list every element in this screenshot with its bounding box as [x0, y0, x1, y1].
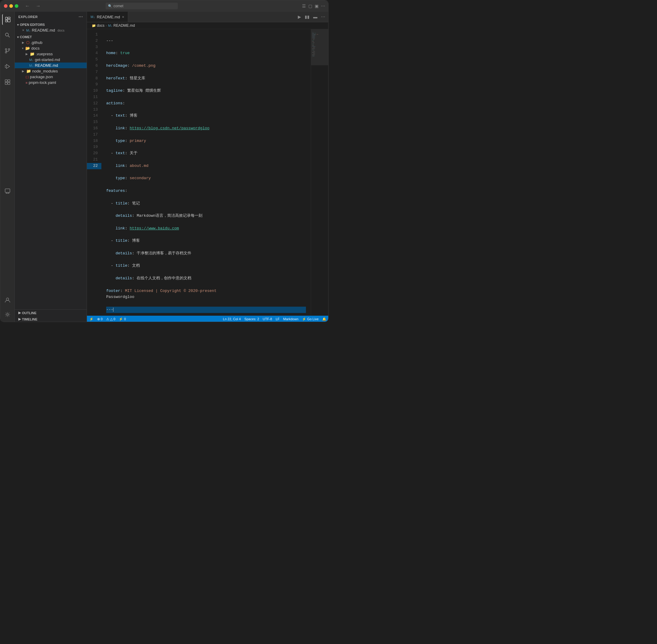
svg-rect-14 — [5, 80, 7, 82]
status-spaces[interactable]: Spaces: 2 — [244, 317, 259, 321]
status-ln-col[interactable]: Ln 22, Col 4 — [223, 317, 241, 321]
svg-point-4 — [5, 33, 8, 36]
search-activity-icon[interactable] — [2, 30, 13, 41]
status-notifications[interactable]: 🔔 — [322, 317, 326, 321]
minimize-button[interactable] — [9, 4, 13, 8]
pnpm-lock-label: pnpm-lock.yaml — [28, 80, 56, 85]
node-modules-folder-icon: 📁 — [26, 69, 31, 73]
layout-button[interactable]: ▢ — [308, 4, 312, 8]
search-bar[interactable]: 🔍 comet — [106, 3, 178, 9]
timeline-label: Timeline — [22, 318, 37, 321]
status-left: ⚡ ⊗ 0 ⚠ △ 0 ⚡ 0 — [89, 317, 126, 321]
line-num-8: 8 — [87, 75, 102, 82]
svg-rect-3 — [5, 20, 7, 22]
breadcrumb-separator: › — [106, 23, 107, 28]
sidebar-item-readme[interactable]: M↓ README.md — [15, 63, 87, 68]
json-icon-package: { } — [26, 75, 28, 79]
svg-rect-1 — [8, 17, 10, 19]
status-warnings[interactable]: ⚠ △ 0 — [106, 317, 115, 321]
line-num-19: 19 — [87, 144, 102, 150]
sidebar: Explorer ··· ▾ Open Editors ✕ M↓ README.… — [15, 12, 87, 322]
line-num-10: 10 — [87, 88, 102, 94]
sidebar-item-github[interactable]: ▶ ⬡ .github — [15, 40, 87, 45]
back-button[interactable]: ← — [23, 3, 31, 9]
close-icon[interactable]: ✕ — [22, 28, 24, 32]
open-editors-section[interactable]: ▾ Open Editors — [15, 22, 87, 27]
status-golive[interactable]: ⚡ Go Live — [302, 317, 319, 321]
line-num-6: 6 — [87, 63, 102, 69]
code-line-5: tagline: 繁星似海 熠熿生辉 — [106, 88, 306, 94]
activity-bar-bottom — [2, 295, 13, 320]
run-debug-icon[interactable] — [2, 61, 13, 72]
git-folder-icon: ⬡ — [26, 40, 29, 45]
forward-button[interactable]: → — [34, 3, 42, 9]
line-num-15: 15 — [87, 119, 102, 125]
open-editors-chevron: ▾ — [17, 23, 19, 26]
project-section[interactable]: ▾ COMET — [15, 34, 87, 40]
main-layout: Explorer ··· ▾ Open Editors ✕ M↓ README.… — [0, 12, 328, 322]
status-eol[interactable]: LF — [276, 317, 280, 321]
timeline-section[interactable]: ▶ Timeline — [15, 316, 87, 322]
source-control-icon[interactable] — [2, 45, 13, 56]
svg-point-6 — [5, 49, 7, 50]
maximize-button[interactable] — [15, 4, 18, 8]
line-num-12: 12 — [87, 100, 102, 107]
expanded-chevron-docs: ▾ — [22, 47, 23, 50]
sidebar-toggle-button[interactable]: ☰ — [302, 4, 306, 8]
line-num-22: 22 — [87, 163, 102, 169]
code-line-14: - title: 笔记 — [106, 201, 306, 207]
sidebar-item-docs[interactable]: ▾ 📂 docs — [15, 45, 87, 51]
run-button[interactable]: ▶ — [297, 14, 302, 20]
status-encoding[interactable]: UTF-8 — [263, 317, 272, 321]
package-json-label: package.json — [30, 74, 53, 79]
open-editors-label: Open Editors — [20, 23, 45, 26]
tab-close-button[interactable]: ✕ — [122, 15, 124, 19]
sidebar-item-get-started[interactable]: M↓ get-started.md — [15, 57, 87, 63]
code-content[interactable]: --- home: true heroImage: /comet.png her… — [102, 29, 311, 316]
breadcrumb-readme[interactable]: M↓ README.md — [108, 23, 135, 28]
code-line-17: - title: 博客 — [106, 238, 306, 244]
open-editor-file[interactable]: ✕ M↓ README.md docs — [15, 27, 87, 33]
status-branch[interactable]: ⚡ — [89, 317, 93, 321]
account-icon[interactable] — [2, 295, 13, 305]
code-editor[interactable]: 1 2 3 4 5 6 7 8 9 10 11 12 13 14 — [87, 29, 311, 316]
code-line-20: details: 在线个人文档，创作中意的文档 — [106, 275, 306, 282]
sidebar-header: Explorer ··· — [15, 12, 87, 22]
status-language[interactable]: Markdown — [283, 317, 299, 321]
remote-explorer-icon[interactable] — [2, 185, 13, 196]
minimap: ─── home: true heroImage: /comet heroTex… — [311, 29, 328, 316]
sidebar-title: Explorer — [18, 15, 38, 19]
tab-md-icon: M↓ — [91, 15, 95, 19]
settings-icon[interactable] — [2, 309, 13, 320]
readme-tab[interactable]: M↓ README.md ✕ — [87, 12, 128, 22]
explorer-icon[interactable] — [2, 14, 13, 25]
extensions-icon[interactable] — [2, 77, 13, 88]
sidebar-menu-button[interactable]: ··· — [79, 14, 83, 20]
more-actions-button[interactable]: ⋯ — [320, 14, 326, 20]
breadcrumb-docs[interactable]: 📁 docs — [92, 23, 104, 28]
sidebar-item-vuepress[interactable]: ▶ 📁 .vuepress — [15, 51, 87, 57]
code-line-7: - text: 博客 — [106, 113, 306, 119]
code-line-16: link: https://www.baidu.com — [106, 226, 306, 232]
status-info[interactable]: ⚡ 0 — [119, 317, 126, 321]
split-down-button[interactable]: ▬ — [312, 14, 319, 20]
outline-label: Outline — [22, 311, 37, 315]
line-num-21: 21 — [87, 157, 102, 163]
line-num-2: 2 — [87, 38, 102, 44]
github-label: .github — [31, 40, 42, 45]
outline-section[interactable]: ▶ Outline — [15, 310, 87, 316]
close-button[interactable] — [4, 4, 7, 8]
sidebar-item-package-json[interactable]: { } package.json — [15, 74, 87, 80]
status-errors[interactable]: ⊗ 0 — [97, 317, 103, 321]
project-chevron: ▾ — [17, 36, 19, 39]
split-editor-button[interactable]: ▣ — [315, 4, 319, 8]
code-line-4: heroText: 彗星文库 — [106, 75, 306, 82]
minimap-viewport — [311, 29, 328, 65]
split-right-button[interactable]: ▮▮ — [304, 14, 311, 20]
more-button[interactable]: ⋯ — [321, 4, 325, 8]
breadcrumb-folder-icon: 📁 — [92, 24, 96, 28]
collapsed-chevron-node: ▶ — [22, 69, 24, 73]
sidebar-item-pnpm-lock[interactable]: ≡ pnpm-lock.yaml — [15, 80, 87, 85]
sidebar-item-node-modules[interactable]: ▶ 📁 node_modules — [15, 68, 87, 74]
outline-chevron: ▶ — [18, 311, 21, 315]
